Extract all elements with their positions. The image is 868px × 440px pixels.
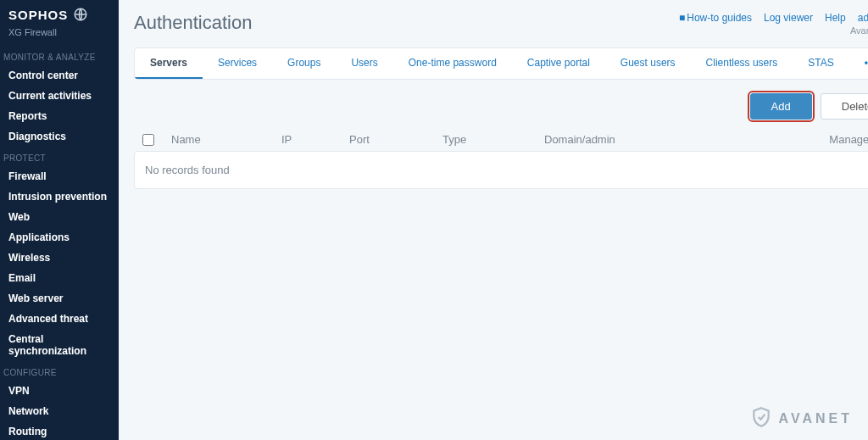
tab-stas[interactable]: STAS bbox=[793, 48, 849, 79]
empty-state: No records found bbox=[145, 164, 230, 176]
tab-more[interactable]: ••• bbox=[849, 48, 868, 79]
sidebar-item-vpn[interactable]: VPN bbox=[0, 381, 119, 401]
delete-button[interactable]: Delete bbox=[821, 93, 868, 120]
tab-captive-portal[interactable]: Captive portal bbox=[512, 48, 605, 79]
brand: SOPHOS bbox=[0, 5, 119, 27]
tab-guest-users[interactable]: Guest users bbox=[605, 48, 691, 79]
page-title: Authentication bbox=[134, 12, 252, 34]
add-button[interactable]: Add bbox=[750, 93, 812, 120]
sidebar-item-network[interactable]: Network bbox=[0, 401, 119, 421]
col-ip: IP bbox=[281, 133, 349, 146]
tab-otp[interactable]: One-time password bbox=[393, 48, 512, 79]
brand-name: SOPHOS bbox=[8, 8, 68, 22]
action-row: Add Delete bbox=[134, 80, 868, 128]
help-link[interactable]: Help bbox=[825, 12, 846, 24]
watermark-text: AVANET bbox=[779, 411, 853, 426]
globe-icon bbox=[73, 7, 88, 22]
tab-users[interactable]: Users bbox=[336, 48, 392, 79]
howto-guides-link[interactable]: ■How-to guides bbox=[679, 12, 752, 24]
sidebar-item-firewall[interactable]: Firewall bbox=[0, 166, 119, 187]
sidebar-item-web[interactable]: Web bbox=[0, 207, 119, 227]
col-type: Type bbox=[442, 133, 544, 146]
nav-section-configure: CONFIGURE bbox=[0, 361, 119, 381]
table-body: No records found bbox=[134, 151, 868, 189]
sidebar-item-diagnostics[interactable]: Diagnostics bbox=[0, 126, 119, 147]
shield-icon bbox=[750, 406, 772, 432]
col-manage: Manage bbox=[748, 133, 868, 146]
col-domain: Domain/admin bbox=[544, 133, 748, 146]
tab-clientless-users[interactable]: Clientless users bbox=[691, 48, 793, 79]
select-all-checkbox[interactable] bbox=[142, 134, 154, 146]
header: Authentication ■How-to guides Log viewer… bbox=[134, 8, 868, 47]
main: Authentication ■How-to guides Log viewer… bbox=[119, 0, 868, 440]
col-name: Name bbox=[171, 133, 281, 146]
sidebar-item-email[interactable]: Email bbox=[0, 268, 119, 288]
sidebar-item-intrusion[interactable]: Intrusion prevention bbox=[0, 187, 119, 207]
log-viewer-link[interactable]: Log viewer bbox=[764, 12, 813, 24]
sidebar-item-current-activities[interactable]: Current activities bbox=[0, 86, 119, 106]
tab-servers[interactable]: Servers bbox=[135, 48, 203, 79]
org-name: Avanet AG bbox=[679, 25, 868, 36]
sidebar-item-advanced-threat[interactable]: Advanced threat bbox=[0, 309, 119, 329]
tabbar: Servers Services Groups Users One-time p… bbox=[134, 47, 868, 80]
header-right: ■How-to guides Log viewer Help admin▼ Av… bbox=[679, 12, 868, 36]
sidebar-item-applications[interactable]: Applications bbox=[0, 227, 119, 248]
brand-subtitle: XG Firewall bbox=[0, 27, 119, 46]
nav-section-protect: PROTECT bbox=[0, 147, 119, 166]
watermark: AVANET bbox=[750, 406, 853, 432]
table-header: Name IP Port Type Domain/admin Manage bbox=[134, 128, 868, 151]
sidebar-item-central-sync[interactable]: Central synchronization bbox=[0, 329, 119, 361]
camera-icon: ■ bbox=[679, 12, 685, 24]
nav-section-monitor: MONITOR & ANALYZE bbox=[0, 46, 119, 65]
sidebar-item-control-center[interactable]: Control center bbox=[0, 65, 119, 86]
tab-groups[interactable]: Groups bbox=[272, 48, 336, 79]
sidebar-item-routing[interactable]: Routing bbox=[0, 421, 119, 440]
sidebar-item-wireless[interactable]: Wireless bbox=[0, 248, 119, 268]
user-menu[interactable]: admin▼ bbox=[858, 12, 868, 24]
tab-services[interactable]: Services bbox=[203, 48, 272, 79]
col-port: Port bbox=[349, 133, 442, 146]
sidebar-item-webserver[interactable]: Web server bbox=[0, 288, 119, 309]
sidebar: SOPHOS XG Firewall MONITOR & ANALYZE Con… bbox=[0, 0, 119, 440]
sidebar-item-reports[interactable]: Reports bbox=[0, 106, 119, 126]
